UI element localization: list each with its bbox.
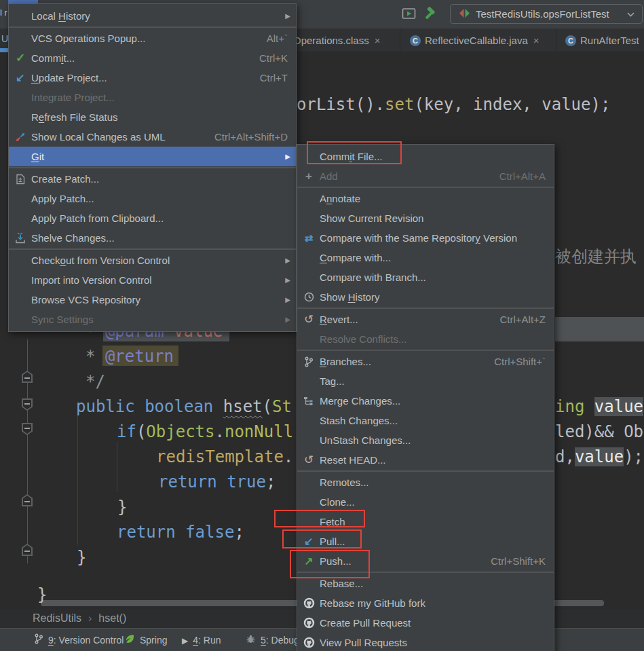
code-token: public <box>76 397 135 416</box>
github-icon <box>301 597 316 609</box>
menu-item-create-patch[interactable]: Create Patch... <box>9 169 296 189</box>
arrow-down-left-icon: ↙ <box>13 71 28 84</box>
play-icon: ▶ <box>182 635 188 646</box>
menu-item-shelve-changes[interactable]: Shelve Changes... <box>9 228 296 248</box>
menu-item-update-project[interactable]: ↙Update Project...Ctrl+T <box>9 68 296 88</box>
menu-item-show-current-revision[interactable]: Show Current Revision <box>297 208 554 228</box>
menu-item-apply-patch-from-clipboard[interactable]: Apply Patch from Clipboard... <box>9 208 296 228</box>
menu-item-compare-with-branch[interactable]: Compare with Branch... <box>297 267 554 287</box>
code-token: } <box>117 498 127 517</box>
code-token: value <box>594 397 643 416</box>
editor-tab-runaftertest[interactable]: CRunAfterTest <box>556 29 644 52</box>
menu-item-label: UnStash Changes... <box>320 434 411 446</box>
menu-item-checkout-from-version-control[interactable]: Checkout from Version Control▶ <box>9 250 296 270</box>
run-tool-window-icon[interactable] <box>402 7 416 23</box>
menu-item-label: Sync Settings <box>31 314 94 325</box>
chevron-down-icon <box>626 8 635 20</box>
menu-item-stash-changes[interactable]: Stash Changes... <box>297 411 554 430</box>
fold-marker-icon[interactable] <box>22 398 33 411</box>
fold-marker-icon[interactable] <box>22 371 33 383</box>
fold-marker-icon[interactable] <box>22 544 33 556</box>
toolwindow-button-spring[interactable]: Spring <box>124 629 167 651</box>
menu-item-remotes[interactable]: Remotes... <box>297 472 554 492</box>
run-config-selector[interactable]: TestRedisUtils.opsForListTest <box>450 4 643 24</box>
menu-item-show-history[interactable]: Show History <box>297 287 554 307</box>
code-token: ing <box>555 397 584 416</box>
menu-item-apply-patch[interactable]: Apply Patch... <box>9 189 296 208</box>
menu-item-browse-vcs-repository[interactable]: Browse VCS Repository▶ <box>9 290 296 310</box>
code-token: hset <box>223 397 263 416</box>
code-token <box>217 472 227 491</box>
class-icon: C <box>410 34 425 46</box>
toolwindow-button-5-debug[interactable]: 5: Debug <box>246 629 299 651</box>
code-token: } <box>37 585 47 604</box>
menu-item-label: Checkout from Version Control <box>31 255 170 266</box>
menu-item-create-pull-request[interactable]: Create Pull Request <box>297 613 554 633</box>
menu-item-label: Compare with the Same Repository Version <box>320 232 517 244</box>
toolwindow-button-9-version-control[interactable]: 9: Version Control <box>34 629 124 651</box>
menu-item-show-local-changes-as-uml[interactable]: Show Local Changes as UMLCtrl+Alt+Shift+… <box>9 127 296 147</box>
menu-item-tag[interactable]: Tag... <box>297 371 554 391</box>
selection-highlight <box>555 317 644 341</box>
toolwindow-button-4-run[interactable]: ▶4: Run <box>182 629 221 651</box>
menu-item-vcs-operations-popup[interactable]: VCS Operations Popup...Alt+` <box>9 29 296 48</box>
code-token: ; <box>234 523 244 542</box>
menu-item-git[interactable]: Git▶ <box>9 147 296 166</box>
menu-item-commit[interactable]: ✓Commit...Ctrl+K <box>9 48 296 68</box>
menu-item-revert[interactable]: ↺Revert...Ctrl+Alt+Z <box>297 310 554 329</box>
code-token: return <box>158 472 217 491</box>
menu-item-label: Stash Changes... <box>320 415 398 426</box>
code-token: d, <box>555 447 575 466</box>
menu-item-label: Rebase my GitHub fork <box>320 597 425 609</box>
annotation-box-push <box>290 550 370 578</box>
menu-item-rebase-my-github-fork[interactable]: Rebase my GitHub fork <box>297 593 554 613</box>
annotation-box-commit-file <box>307 141 402 164</box>
menu-item-label: Add <box>320 170 338 182</box>
menu-item-clone[interactable]: Clone... <box>297 492 554 512</box>
code-token: */ <box>86 372 105 391</box>
menu-item-label: Branches... <box>320 356 371 367</box>
fold-marker-icon[interactable] <box>22 423 33 435</box>
tab-label: ReflectiveCallable.java <box>425 35 528 46</box>
menu-item-local-history[interactable]: Local History▶ <box>9 6 296 26</box>
menu-item-unstash-changes[interactable]: UnStash Changes... <box>297 430 554 450</box>
code-line: } <box>117 495 127 520</box>
class-icon: C <box>565 34 580 46</box>
menu-item-refresh-file-status[interactable]: Refresh File Status <box>9 107 296 127</box>
close-icon[interactable]: × <box>533 35 539 46</box>
fold-marker-icon[interactable] <box>22 494 33 506</box>
toolwindow-button-label: 9: Version Control <box>48 635 124 646</box>
build-hammer-icon[interactable] <box>421 4 440 26</box>
revert-icon: ↺ <box>301 453 316 467</box>
menu-item-label: Rebase... <box>320 578 363 589</box>
check-icon: ✓ <box>13 51 28 65</box>
code-line: public boolean hset(St <box>76 394 292 420</box>
menu-item-compare-with-the-same-repository-version[interactable]: ⇄Compare with the Same Repository Versio… <box>297 228 554 248</box>
menu-item-import-into-version-control[interactable]: Import into Version Control▶ <box>9 270 296 290</box>
indent-guide <box>117 442 117 492</box>
breadcrumb-file[interactable]: RedisUtils <box>33 612 81 625</box>
toolwindow-button-label: 4: Run <box>193 635 221 646</box>
menu-item-label: Integrate Project... <box>31 92 115 103</box>
annotation-box-pull <box>282 529 362 548</box>
menu-item-annotate[interactable]: Annotate <box>297 189 554 208</box>
menu-separator <box>297 470 554 472</box>
code-line: 被创建并执 <box>555 244 637 269</box>
menu-item-shortcut: Ctrl+Alt+Shift+D <box>194 131 288 143</box>
close-icon[interactable]: × <box>375 35 381 46</box>
code-token: . <box>215 422 225 441</box>
code-token <box>213 397 223 416</box>
code-token: . <box>284 447 293 466</box>
clock-icon <box>301 292 316 302</box>
junit-config-icon <box>459 8 470 20</box>
breadcrumb-member[interactable]: hset() <box>98 612 126 625</box>
menu-separator <box>9 167 296 168</box>
editor-tab-reflectivecallable-java[interactable]: CReflectiveCallable.java× <box>400 29 555 52</box>
menu-item-branches[interactable]: Branches...Ctrl+Shift+` <box>297 352 554 371</box>
menu-item-view-pull-requests[interactable]: View Pull Requests <box>297 633 554 651</box>
menu-item-reset-head[interactable]: ↺Reset HEAD... <box>297 450 554 470</box>
menu-item-label: Update Project... <box>31 72 107 83</box>
menu-item-compare-with[interactable]: Compare with... <box>297 248 554 267</box>
menu-item-merge-changes[interactable]: Merge Changes... <box>297 391 554 411</box>
submenu-arrow-icon: ▶ <box>285 316 290 323</box>
